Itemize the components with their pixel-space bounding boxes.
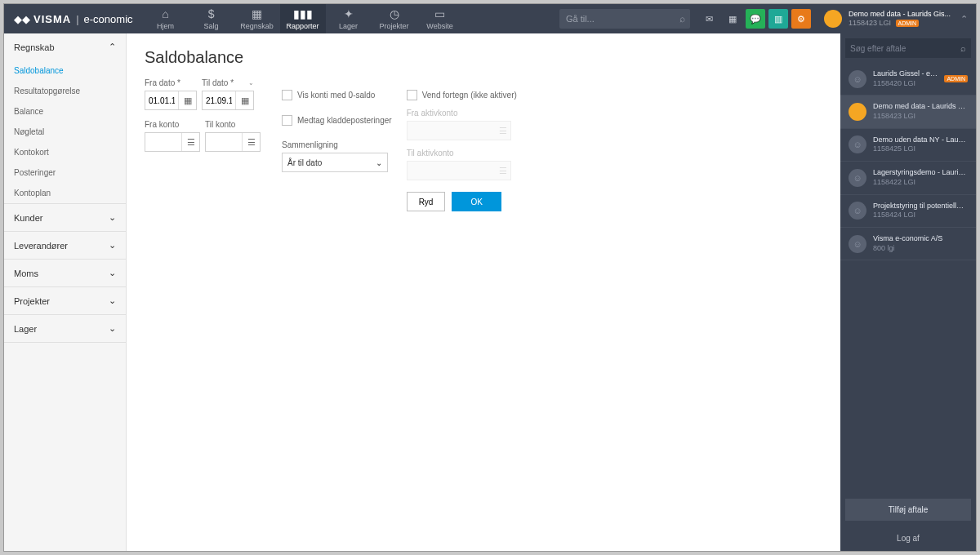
agreement-search-input[interactable] [845, 38, 971, 58]
clear-button[interactable]: Ryd [407, 192, 446, 211]
nav-label: Rapporter [287, 22, 319, 30]
agreement-sub: 1158422 LGI [873, 178, 968, 188]
inbox-icon[interactable]: ✉ [700, 9, 719, 29]
sidebar-item-balance[interactable]: Balance [4, 101, 126, 122]
logout-button[interactable]: Log af [840, 526, 976, 551]
agreement-name: Laurids Gissel - e-conomic su... [873, 69, 938, 79]
chevron-up-icon: ⌃ [960, 14, 968, 24]
avatar [849, 103, 866, 121]
from-account-label: Fra konto [145, 120, 200, 129]
sidebar-group-projekter[interactable]: Projekter⌄ [4, 287, 126, 314]
agreement-item[interactable]: ☺Projektstyring til potentielle ku...115… [840, 195, 976, 228]
logo-separator: | [76, 13, 78, 25]
topnav-item-website[interactable]: ▭Website [417, 4, 463, 33]
sidebar-group-kunder[interactable]: Kunder⌄ [4, 204, 126, 231]
nav-icon: ⌂ [162, 7, 168, 20]
nav-icon: $ [208, 7, 215, 20]
logo-dots-icon: ◆◆ [14, 13, 30, 25]
list-icon: ☰ [499, 126, 507, 136]
logo[interactable]: ◆◆ VISMA | e-conomic [4, 13, 143, 25]
nav-icon: ▦ [252, 7, 262, 20]
add-agreement-button[interactable]: Tilføj aftale [845, 499, 971, 521]
show-zero-checkbox[interactable]: Vis konti med 0-saldo [282, 90, 392, 100]
nav-label: Hjem [157, 22, 174, 30]
nav-icon: ✦ [344, 7, 354, 20]
sidebar-item-kontokort[interactable]: Kontokort [4, 142, 126, 162]
account-switcher[interactable]: Demo med data - Laurids Gis... 1158423 L… [816, 10, 976, 28]
calendar-icon[interactable]: ▦ [235, 91, 253, 109]
topbar-actions: ✉ ▦ 💬 ▥ ⚙ [695, 9, 816, 29]
logo-brand: VISMA [33, 13, 71, 25]
agreement-item[interactable]: ☺Laurids Gissel - e-conomic su...1158420… [840, 63, 976, 95]
to-date-field[interactable]: ▦ [202, 91, 254, 110]
agreement-item[interactable]: ☺Visma e-conomic A/S800 lgi [840, 228, 976, 260]
chevron-down-icon: ⌄ [376, 158, 382, 167]
chevron-down-icon: ⌄ [109, 212, 116, 223]
topnav-item-rapporter[interactable]: ▮▮▮Rapporter [280, 4, 326, 33]
sidebar-item-saldobalance[interactable]: Saldobalance [4, 60, 126, 81]
avatar: ☺ [849, 70, 866, 88]
checkbox-icon [407, 90, 417, 100]
avatar: ☺ [849, 169, 866, 187]
to-account-label: Til konto [205, 120, 261, 129]
agreement-name: Projektstyring til potentielle ku... [873, 202, 968, 211]
to-asset-field: ☰ [407, 161, 511, 180]
nav-icon: ▭ [434, 7, 445, 20]
sidebar-item-posteringer[interactable]: Posteringer [4, 162, 126, 183]
to-account-field[interactable]: ☰ [205, 132, 261, 152]
to-date-input[interactable] [203, 91, 235, 109]
topnav-item-regnskab[interactable]: ▦Regnskab [234, 4, 280, 33]
from-account-input[interactable] [145, 133, 181, 151]
topnav-item-salg[interactable]: $Salg [189, 4, 234, 33]
agreement-item[interactable]: ☺Lagerstyringsdemo - Laurids ...1158422 … [840, 162, 976, 194]
from-asset-label: Fra aktivkonto [407, 109, 517, 118]
global-search[interactable]: ⌕ [559, 9, 690, 29]
chevron-down-icon: ⌄ [109, 240, 116, 251]
checkbox-icon [282, 90, 292, 100]
topnav-item-hjem[interactable]: ⌂Hjem [143, 4, 189, 33]
avatar: ☺ [849, 202, 866, 220]
sidebar-group-regnskab[interactable]: Regnskab⌃ [4, 33, 126, 60]
calendar-icon[interactable]: ▦ [178, 91, 196, 109]
nav-label: Website [426, 22, 452, 30]
from-asset-field: ☰ [407, 121, 511, 140]
topnav-item-projekter[interactable]: ◷Projekter [372, 4, 417, 33]
compare-select[interactable]: År til dato ⌄ [282, 153, 388, 172]
settings-icon[interactable]: ⚙ [791, 9, 811, 29]
from-date-field[interactable]: ▦ [145, 91, 197, 110]
to-account-input[interactable] [206, 133, 242, 151]
agreement-sub: 1158425 LGI [873, 144, 968, 154]
chevron-down-icon: ⌄ [109, 295, 116, 306]
from-date-input[interactable] [145, 91, 178, 109]
nav-label: Projekter [380, 22, 409, 30]
avatar: ☺ [849, 135, 866, 153]
to-date-label: Til dato *⌄ [202, 78, 254, 87]
page-title: Saldobalance [145, 48, 822, 67]
chevron-down-icon[interactable]: ⌄ [248, 79, 254, 87]
sidebar-item-resultatopgørelse[interactable]: Resultatopgørelse [4, 81, 126, 101]
from-account-field[interactable]: ☰ [145, 132, 200, 152]
account-sub: 1158423 LGI ADMIN [849, 19, 951, 28]
chat-icon[interactable]: 💬 [746, 9, 765, 29]
apps-icon[interactable]: ▦ [723, 9, 742, 29]
list-icon: ☰ [499, 166, 507, 176]
sidebar-item-kontoplan[interactable]: Kontoplan [4, 183, 126, 203]
sidebar-group-moms[interactable]: Moms⌄ [4, 260, 126, 286]
ok-button[interactable]: OK [452, 192, 501, 211]
sidebar-group-leverandører[interactable]: Leverandører⌄ [4, 232, 126, 259]
sidebar-item-nøgletal[interactable]: Nøgletal [4, 122, 126, 142]
avatar: ☺ [849, 235, 866, 253]
agreement-item[interactable]: Demo med data - Laurids Gis...1158423 LG… [840, 95, 976, 128]
chevron-down-icon: ⌄ [109, 268, 116, 278]
include-draft-checkbox[interactable]: Medtag kladdeposteringer [282, 115, 392, 126]
sidebar-group-lager[interactable]: Lager⌄ [4, 315, 126, 342]
agreement-sub: 1158420 LGI [873, 79, 938, 89]
help-icon[interactable]: ▥ [768, 9, 788, 29]
agreement-item[interactable]: ☺Demo uden data NY - Laurids...1158425 L… [840, 129, 976, 162]
list-icon[interactable]: ☰ [242, 133, 260, 151]
global-search-input[interactable] [559, 9, 690, 29]
avatar [824, 10, 842, 28]
reverse-sign-checkbox[interactable]: Vend fortegn (ikke aktiver) [407, 90, 517, 100]
list-icon[interactable]: ☰ [181, 133, 199, 151]
topnav-item-lager[interactable]: ✦Lager [326, 4, 372, 33]
